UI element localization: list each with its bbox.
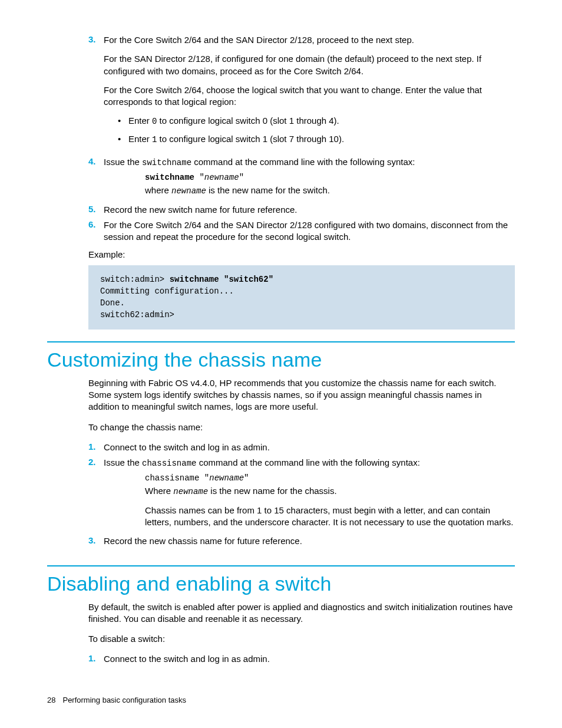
code: " <box>199 473 209 483</box>
code-italic: newname <box>209 473 244 483</box>
step-4: 4. Issue the switchname command at the c… <box>88 156 515 169</box>
text: Enter <box>128 134 152 144</box>
paragraph: Issue the chassisname command at the com… <box>104 457 515 469</box>
list-item: Enter 0 to configure logical switch 0 (s… <box>118 115 515 127</box>
code: " <box>194 173 204 182</box>
text: where <box>145 185 171 195</box>
step-content: For the Core Switch 2/64 and the SAN Dir… <box>104 219 515 243</box>
section-rule <box>47 341 515 342</box>
paragraph: Chassis names can be from 1 to 15 charac… <box>145 505 515 529</box>
code-italic: newname <box>171 186 206 196</box>
code: chassisname <box>142 459 196 468</box>
text: to configure logical switch 1 (slot 7 th… <box>157 134 344 144</box>
paragraph: Record the new chassis name for future r… <box>104 535 515 547</box>
step-content: Connect to the switch and log in as admi… <box>104 653 515 665</box>
code-line: switch62:admin> <box>100 310 174 319</box>
text: is the new name for the switch. <box>206 185 330 195</box>
paragraph: To disable a switch: <box>88 633 515 645</box>
paragraph: Beginning with Fabric OS v4.4.0, HP reco… <box>88 377 515 413</box>
page-number: 28 <box>47 696 55 704</box>
page-footer: 28Performing basic configuration tasks <box>47 696 186 704</box>
step-3: 3. Record the new chassis name for futur… <box>88 535 515 547</box>
paragraph: For the Core Switch 2/64 and the SAN Dir… <box>104 34 515 46</box>
code: " <box>244 473 249 483</box>
footer-title: Performing basic configuration tasks <box>62 696 186 704</box>
step-1: 1. Connect to the switch and log in as a… <box>88 442 515 453</box>
text: Enter <box>128 116 152 126</box>
step-number: 6. <box>88 219 104 243</box>
section-heading: Disabling and enabling a switch <box>47 572 515 595</box>
text: to configure logical switch 0 (slot 1 th… <box>157 116 339 126</box>
continued-list: 3. For the Core Switch 2/64 and the SAN … <box>88 34 515 243</box>
step-number: 1. <box>88 653 104 665</box>
paragraph: For the Core Switch 2/64, choose the log… <box>104 84 515 108</box>
list-item: Enter 1 to configure logical switch 1 (s… <box>118 133 515 146</box>
step-number: 2. <box>88 457 104 469</box>
paragraph: For the Core Switch 2/64 and the SAN Dir… <box>104 219 515 243</box>
example: Example: switch:admin> switchname "switc… <box>88 249 515 330</box>
paragraph: Record the new switch name for future re… <box>104 204 515 216</box>
bullet-list: Enter 0 to configure logical switch 0 (s… <box>118 115 515 146</box>
paragraph: By default, the switch is enabled after … <box>88 601 515 625</box>
section-rule <box>47 565 515 566</box>
code-italic: newname <box>204 173 239 182</box>
code-bold: switchname "switch62" <box>170 275 273 284</box>
step-5: 5. Record the new switch name for future… <box>88 204 515 216</box>
where-line: Where newname is the new name for the ch… <box>145 485 515 498</box>
code-line: switch:admin> switchname "switch62" <box>100 275 273 284</box>
code: switchname <box>142 158 191 167</box>
page: 3. For the Core Switch 2/64 and the SAN … <box>0 0 562 728</box>
text: is the new name for the chassis. <box>208 486 336 496</box>
text: Issue the <box>104 157 142 167</box>
step-1: 1. Connect to the switch and log in as a… <box>88 653 515 665</box>
text: command at the command line with the fol… <box>191 157 415 167</box>
where-line: where newname is the new name for the sw… <box>145 185 515 197</box>
step-2: 2. Issue the chassisname command at the … <box>88 457 515 469</box>
paragraph: Issue the switchname command at the comm… <box>104 156 515 169</box>
step-3: 3. For the Core Switch 2/64 and the SAN … <box>88 34 515 153</box>
syntax-line: chassisname "newname" <box>145 473 515 483</box>
paragraph: Connect to the switch and log in as admi… <box>104 653 515 665</box>
step-number: 3. <box>88 535 104 547</box>
text: command at the command line with the fol… <box>196 457 419 467</box>
step-6: 6. For the Core Switch 2/64 and the SAN … <box>88 219 515 243</box>
step-number: 1. <box>88 442 104 453</box>
code-italic: newname <box>173 487 208 496</box>
step-content: Connect to the switch and log in as admi… <box>104 442 515 453</box>
text: Issue the <box>104 457 142 467</box>
text: switch:admin> <box>100 275 170 284</box>
code: " <box>239 173 244 182</box>
step-content: Record the new switch name for future re… <box>104 204 515 216</box>
code: chassisname <box>145 473 199 483</box>
paragraph: To change the chassis name: <box>88 421 515 433</box>
step-number: 4. <box>88 156 104 169</box>
section-body: By default, the switch is enabled after … <box>88 601 515 666</box>
paragraph: For the SAN Director 2/128, if configure… <box>104 53 515 77</box>
step-content: Issue the chassisname command at the com… <box>104 457 515 469</box>
example-label: Example: <box>88 249 515 259</box>
syntax-line: switchname "newname" <box>145 172 515 182</box>
step-content: Issue the switchname command at the comm… <box>104 156 515 169</box>
step-number: 3. <box>88 34 104 153</box>
code-line: Done. <box>100 298 125 308</box>
paragraph: Connect to the switch and log in as admi… <box>104 442 515 453</box>
text: Where <box>145 486 173 496</box>
step-content: Record the new chassis name for future r… <box>104 535 515 547</box>
step-number: 5. <box>88 204 104 216</box>
section-body: Beginning with Fabric OS v4.4.0, HP reco… <box>88 377 515 548</box>
step-content: For the Core Switch 2/64 and the SAN Dir… <box>104 34 515 153</box>
code-block: switch:admin> switchname "switch62" Comm… <box>88 265 515 330</box>
code-line: Committing configuration... <box>100 286 234 296</box>
section-heading: Customizing the chassis name <box>47 348 515 371</box>
code-bold: switchname <box>145 173 194 182</box>
